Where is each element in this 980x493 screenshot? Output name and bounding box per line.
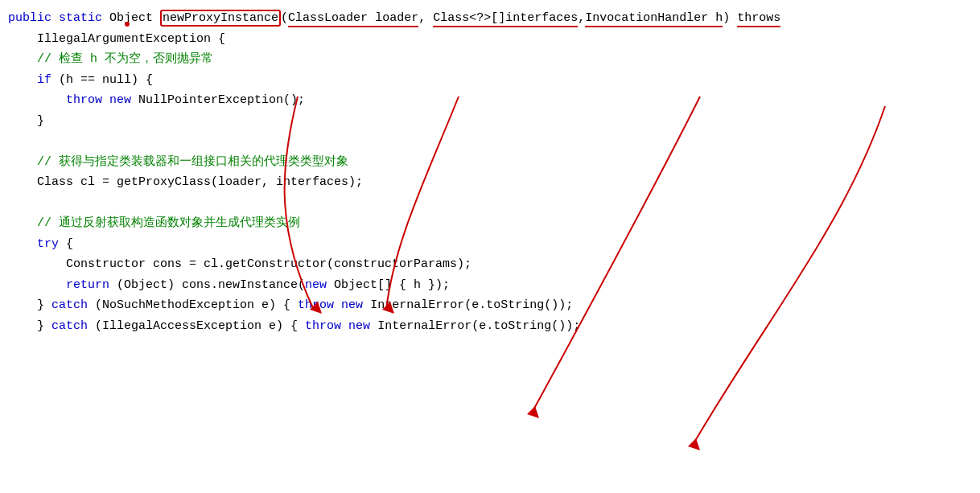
code-line-13: Constructor cons = cl.getConstructor(con…	[8, 254, 980, 275]
code-line-11: // 通过反射获取构造函数对象并生成代理类实例	[8, 213, 980, 234]
code-line-7	[8, 131, 980, 152]
code-line-6: }	[8, 111, 980, 132]
code-line-14: return (Object) cons.newInstance(new Obj…	[8, 275, 980, 296]
code-line-1: public static Object newProxyInstance(Cl…	[8, 8, 980, 29]
code-line-5: throw new NullPointerException();	[8, 90, 980, 111]
code-line-10	[8, 193, 980, 214]
svg-marker-4	[688, 438, 700, 450]
code-line-16: } catch (IllegalAccessException e) { thr…	[8, 316, 980, 337]
code-line-4: if (h == null) {	[8, 70, 980, 91]
svg-marker-3	[527, 406, 539, 418]
code-line-9: Class cl = getProxyClass(loader, interfa…	[8, 172, 980, 193]
code-line-2: IllegalArgumentException {	[8, 29, 980, 50]
code-container: public static Object newProxyInstance(Cl…	[0, 0, 980, 493]
code-line-15: } catch (NoSuchMethodException e) { thro…	[8, 295, 980, 316]
code-line-3: // 检查 h 不为空，否则抛异常	[8, 49, 980, 70]
code-line-8: // 获得与指定类装载器和一组接口相关的代理类类型对象	[8, 152, 980, 173]
code-line-12: try {	[8, 234, 980, 255]
